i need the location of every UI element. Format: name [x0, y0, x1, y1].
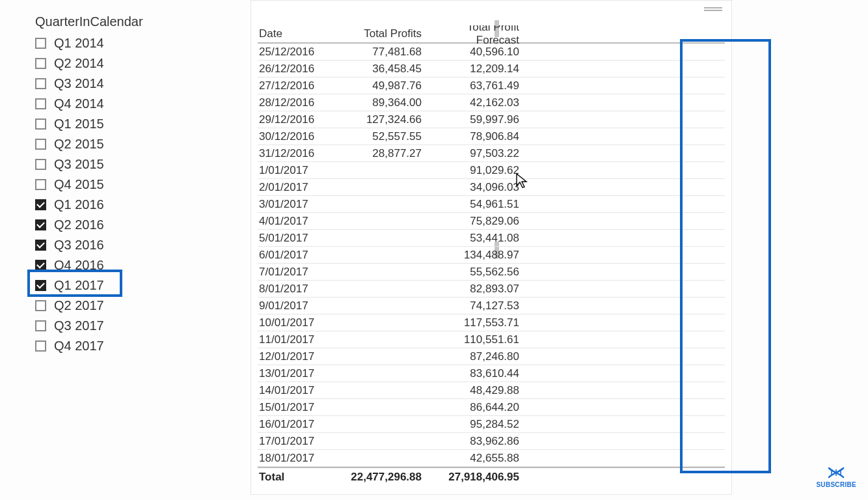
cell-date: 29/12/2016: [258, 113, 337, 126]
table-row[interactable]: 17/01/201783,962.86: [258, 433, 725, 450]
checkbox-icon[interactable]: [35, 280, 46, 291]
cell-date: 8/01/2017: [258, 283, 337, 296]
header-date[interactable]: Date: [258, 27, 337, 40]
table-row[interactable]: 9/01/201774,127.53: [258, 298, 725, 314]
cell-total-profit-forecast: 59,997.96: [427, 113, 524, 126]
table-row[interactable]: 3/01/201754,961.51: [258, 196, 725, 213]
checkbox-icon[interactable]: [35, 179, 46, 190]
table-row[interactable]: 29/12/2016127,324.6659,997.96: [258, 111, 725, 128]
profit-table-visual[interactable]: Date Total Profits Total Profit Forecast…: [251, 0, 732, 495]
cell-total-profits: 28,877.27: [337, 147, 427, 160]
slicer-item-q1-2017[interactable]: Q1 2017: [35, 275, 178, 296]
checkbox-icon[interactable]: [35, 320, 46, 331]
cell-total-profit-forecast: 63,761.49: [427, 79, 524, 92]
table-row[interactable]: 13/01/201783,610.44: [258, 365, 725, 382]
checkbox-icon[interactable]: [35, 38, 46, 49]
slicer-item-q3-2014[interactable]: Q3 2014: [35, 74, 178, 94]
checkbox-icon[interactable]: [35, 58, 46, 69]
cell-total-profit-forecast: 83,610.44: [427, 367, 524, 380]
cell-date: 9/01/2017: [258, 299, 337, 312]
table-row[interactable]: 28/12/201689,364.0042,162.03: [258, 94, 725, 111]
cell-total-profit-forecast: 75,829.06: [427, 215, 524, 228]
table-row[interactable]: 14/01/201748,429.88: [258, 382, 725, 399]
cell-total-profit-forecast: 87,246.80: [427, 350, 524, 363]
checkbox-icon[interactable]: [35, 300, 46, 311]
table-row[interactable]: 8/01/201782,893.07: [258, 281, 725, 298]
table-row[interactable]: 16/01/201795,284.52: [258, 416, 725, 433]
cell-total-profit-forecast: 12,209.14: [427, 62, 524, 76]
slicer-item-label: Q4 2014: [54, 96, 104, 111]
table-row[interactable]: 11/01/2017110,551.61: [258, 331, 725, 348]
table-row[interactable]: 10/01/2017117,553.71: [258, 314, 725, 331]
cell-total-profit-forecast: 34,096.03: [427, 181, 524, 194]
checkbox-icon[interactable]: [35, 199, 46, 210]
slicer-item-q4-2015[interactable]: Q4 2015: [35, 174, 178, 195]
cell-total-profit-forecast: 48,429.88: [427, 384, 524, 397]
slicer-item-q3-2017[interactable]: Q3 2017: [35, 316, 178, 336]
slicer-item-label: Q2 2015: [54, 137, 104, 152]
slicer-item-q3-2015[interactable]: Q3 2015: [35, 154, 178, 174]
slicer-item-label: Q1 2015: [54, 117, 104, 132]
header-total-profits[interactable]: Total Profits: [337, 27, 427, 40]
slicer-item-q1-2014[interactable]: Q1 2014: [35, 33, 178, 53]
subscribe-badge[interactable]: SUBSCRIBE: [816, 465, 856, 488]
cell-date: 4/01/2017: [258, 215, 337, 228]
table-header-row: Date Total Profits Total Profit Forecast: [258, 25, 725, 44]
table-row[interactable]: 27/12/201649,987.7663,761.49: [258, 77, 725, 94]
table-row[interactable]: 31/12/201628,877.2797,503.22: [258, 145, 725, 162]
table-row[interactable]: 12/01/201787,246.80: [258, 348, 725, 365]
table-row[interactable]: 7/01/201755,562.56: [258, 264, 725, 281]
slicer-item-q2-2016[interactable]: Q2 2016: [35, 215, 178, 235]
table-row[interactable]: 2/01/201734,096.03: [258, 179, 725, 196]
cell-date: 7/01/2017: [258, 266, 337, 279]
drag-handle-icon[interactable]: [704, 7, 722, 11]
cell-date: 14/01/2017: [258, 384, 337, 397]
checkbox-icon[interactable]: [35, 78, 46, 89]
slicer-item-label: Q3 2014: [54, 76, 104, 91]
cell-total-profit-forecast: 134,488.97: [427, 249, 524, 262]
checkbox-icon[interactable]: [35, 98, 46, 109]
cell-total-profits: 49,987.76: [337, 79, 427, 92]
checkbox-icon[interactable]: [35, 240, 46, 251]
cell-total-profit-forecast: 110,551.61: [427, 333, 524, 346]
cell-date: 30/12/2016: [258, 130, 337, 143]
cell-date: 16/01/2017: [258, 418, 337, 431]
slicer-item-q4-2017[interactable]: Q4 2017: [35, 336, 178, 356]
cell-total-profit-forecast: 86,644.20: [427, 401, 524, 414]
table-row[interactable]: 18/01/201742,655.88: [258, 450, 725, 467]
slicer-item-q3-2016[interactable]: Q3 2016: [35, 235, 178, 255]
cell-date: 10/01/2017: [258, 316, 337, 329]
cell-date: 3/01/2017: [258, 198, 337, 211]
slicer-item-label: Q1 2016: [54, 197, 104, 212]
checkbox-icon[interactable]: [35, 260, 46, 271]
total-forecast: 27,918,406.95: [427, 471, 524, 484]
quarter-slicer: QuarterInCalendar Q1 2014Q2 2014Q3 2014Q…: [35, 14, 178, 356]
slicer-item-q1-2015[interactable]: Q1 2015: [35, 114, 178, 134]
slicer-item-label: Q2 2014: [54, 56, 104, 71]
checkbox-icon[interactable]: [35, 139, 46, 150]
slicer-item-q2-2017[interactable]: Q2 2017: [35, 296, 178, 316]
cell-total-profit-forecast: 82,893.07: [427, 283, 524, 296]
cell-total-profit-forecast: 74,127.53: [427, 299, 524, 312]
slicer-item-q1-2016[interactable]: Q1 2016: [35, 195, 178, 215]
table-row[interactable]: 5/01/201753,441.08: [258, 230, 725, 247]
table-row[interactable]: 1/01/201791,029.62: [258, 162, 725, 179]
slicer-item-q4-2014[interactable]: Q4 2014: [35, 94, 178, 114]
table-row[interactable]: 6/01/2017134,488.97: [258, 247, 725, 264]
slicer-item-q2-2015[interactable]: Q2 2015: [35, 134, 178, 154]
slicer-title: QuarterInCalendar: [35, 14, 178, 29]
cell-date: 5/01/2017: [258, 232, 337, 245]
table-row[interactable]: 4/01/201775,829.06: [258, 213, 725, 230]
header-total-profit-forecast[interactable]: Total Profit Forecast: [427, 25, 524, 47]
checkbox-icon[interactable]: [35, 159, 46, 170]
checkbox-icon[interactable]: [35, 340, 46, 352]
slicer-item-q4-2016[interactable]: Q4 2016: [35, 255, 178, 275]
table-row[interactable]: 15/01/201786,644.20: [258, 399, 725, 416]
table-row[interactable]: 26/12/201636,458.4512,209.14: [258, 61, 725, 77]
table-row[interactable]: 25/12/201677,481.6840,596.10: [258, 44, 725, 61]
table-row[interactable]: 30/12/201652,557.5578,906.84: [258, 128, 725, 145]
checkbox-icon[interactable]: [35, 118, 46, 130]
slicer-item-q2-2014[interactable]: Q2 2014: [35, 53, 178, 74]
checkbox-icon[interactable]: [35, 219, 46, 230]
cell-total-profit-forecast: 40,596.10: [427, 46, 524, 59]
